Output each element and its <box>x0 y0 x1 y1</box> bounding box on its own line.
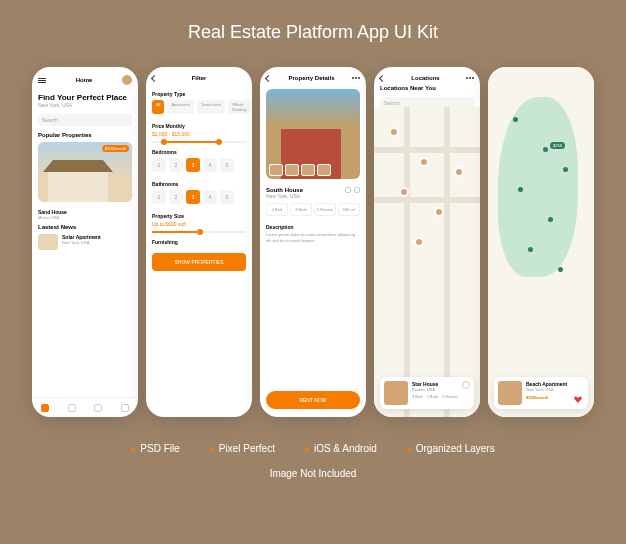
map[interactable] <box>374 107 480 417</box>
map-pin[interactable] <box>434 207 444 217</box>
thumb-2[interactable] <box>285 164 299 176</box>
num-3[interactable]: 3 <box>186 190 200 204</box>
sub-header: Locations Near You <box>374 85 480 91</box>
footer-text: Image Not Included <box>270 468 357 479</box>
price-badge: $350/month <box>102 145 129 152</box>
map-pin[interactable] <box>414 237 424 247</box>
slider-thumb-min[interactable] <box>161 139 167 145</box>
num-3[interactable]: 3 <box>186 158 200 172</box>
chip-whole[interactable]: Whole Building <box>228 100 250 114</box>
map[interactable]: $250 <box>488 67 594 417</box>
bedroom-selector: 1 2 3 4 5 <box>146 155 252 175</box>
share-icon[interactable] <box>345 187 351 193</box>
news-item[interactable]: Solar Apartment New York, USA <box>38 234 132 250</box>
chip-townhouse[interactable]: Townhouse <box>197 100 225 114</box>
num-4[interactable]: 4 <box>203 190 217 204</box>
more-icon[interactable] <box>352 77 360 79</box>
thumb-4[interactable] <box>317 164 331 176</box>
heart-icon[interactable] <box>462 381 470 389</box>
heart-icon[interactable] <box>354 187 360 193</box>
bottom-nav <box>32 397 138 417</box>
map-pin[interactable] <box>454 167 464 177</box>
card-sub: New York, USA <box>526 387 584 392</box>
back-icon[interactable] <box>151 74 158 81</box>
card-image <box>384 381 408 405</box>
bullet-icon <box>210 447 214 451</box>
map-dot[interactable] <box>543 147 548 152</box>
nav-home-icon[interactable] <box>41 404 49 412</box>
feature-item: iOS & Android <box>305 443 377 454</box>
size-slider[interactable] <box>152 231 246 233</box>
feature-text: iOS & Android <box>314 443 377 454</box>
num-1[interactable]: 1 <box>152 190 166 204</box>
header-title: Locations <box>411 75 439 81</box>
slider-thumb-max[interactable] <box>216 139 222 145</box>
rent-now-button[interactable]: RENT NOW <box>266 391 360 409</box>
property-mini-card[interactable]: Beach Apartment New York, USA $350/month <box>494 377 588 409</box>
slider-thumb[interactable] <box>197 229 203 235</box>
map-dot[interactable] <box>528 247 533 252</box>
specs-row: 4 Bed 3 Bath 6 Rooms 500 m² <box>260 199 366 220</box>
price-slider[interactable] <box>152 141 246 143</box>
num-4[interactable]: 4 <box>203 158 217 172</box>
map-dot[interactable] <box>518 187 523 192</box>
price-pin[interactable]: $250 <box>550 142 565 149</box>
avatar[interactable] <box>122 75 132 85</box>
spec: 5 Rooms <box>442 394 458 399</box>
num-1[interactable]: 1 <box>152 158 166 172</box>
page-title: Real Estate Platform App UI Kit <box>188 22 438 43</box>
news-image <box>38 234 58 250</box>
property-card[interactable]: $350/month <box>38 142 132 202</box>
card-image <box>498 381 522 405</box>
num-2[interactable]: 2 <box>169 158 183 172</box>
num-2[interactable]: 2 <box>169 190 183 204</box>
spec-bath: 3 Bath <box>290 203 312 216</box>
nav-search-icon[interactable] <box>68 404 76 412</box>
headline: Find Your Perfect Place <box>32 93 138 102</box>
screen-filter: Filter Property Type All Apartment Townh… <box>146 67 252 417</box>
map-dot[interactable] <box>548 217 553 222</box>
phones-row: Home Find Your Perfect Place New York, U… <box>32 67 594 417</box>
nav-favorite-icon[interactable] <box>94 404 102 412</box>
more-icon[interactable] <box>466 77 474 79</box>
news-sub: New York, USA <box>62 240 132 245</box>
map-dot[interactable] <box>563 167 568 172</box>
num-5[interactable]: 5 <box>220 158 234 172</box>
map-dot[interactable] <box>513 117 518 122</box>
nav-profile-icon[interactable] <box>121 404 129 412</box>
section-news: Lastest News <box>32 224 138 230</box>
card-location: Miami, USA <box>32 215 138 220</box>
thumb-1[interactable] <box>269 164 283 176</box>
features-row: PSD File Pixel Perfect iOS & Android Org… <box>131 443 494 454</box>
show-properties-button[interactable]: SHOW PROPERTIES <box>152 253 246 271</box>
bullet-icon <box>305 447 309 451</box>
map-pin[interactable] <box>389 127 399 137</box>
bullet-icon <box>131 447 135 451</box>
menu-icon[interactable] <box>38 78 46 83</box>
bullet-icon <box>407 447 411 451</box>
chip-apartment[interactable]: Apartment <box>167 100 193 114</box>
feature-text: PSD File <box>140 443 179 454</box>
hero-image <box>266 89 360 179</box>
screen-home: Home Find Your Perfect Place New York, U… <box>32 67 138 417</box>
map-region <box>498 97 578 277</box>
spec-area: 500 m² <box>338 203 360 216</box>
thumb-3[interactable] <box>301 164 315 176</box>
chip-all[interactable]: All <box>152 100 164 114</box>
search-input[interactable]: Search <box>38 114 132 126</box>
chip-row: All Apartment Townhouse Whole Building <box>146 97 252 117</box>
map-pin[interactable] <box>399 187 409 197</box>
back-icon[interactable] <box>379 74 386 81</box>
map-pin[interactable] <box>419 157 429 167</box>
size-value: Up to 5600 sqft <box>146 219 252 229</box>
map-dot[interactable] <box>558 267 563 272</box>
back-icon[interactable] <box>265 74 272 81</box>
num-5[interactable]: 5 <box>220 190 234 204</box>
card-sub: Boston, USA <box>412 387 470 392</box>
spec: 3 Bed <box>412 394 422 399</box>
label-furnishing: Furnishing <box>146 239 252 245</box>
desc-text: Lorem ipsum dolor sit amet consectetur a… <box>260 230 366 245</box>
price-range: $2,000 - $15,000 <box>146 129 252 139</box>
property-mini-card[interactable]: Star House Boston, USA 3 Bed 2 Bath 5 Ro… <box>380 377 474 409</box>
screen-locations: Locations Locations Near You Search Star… <box>374 67 480 417</box>
